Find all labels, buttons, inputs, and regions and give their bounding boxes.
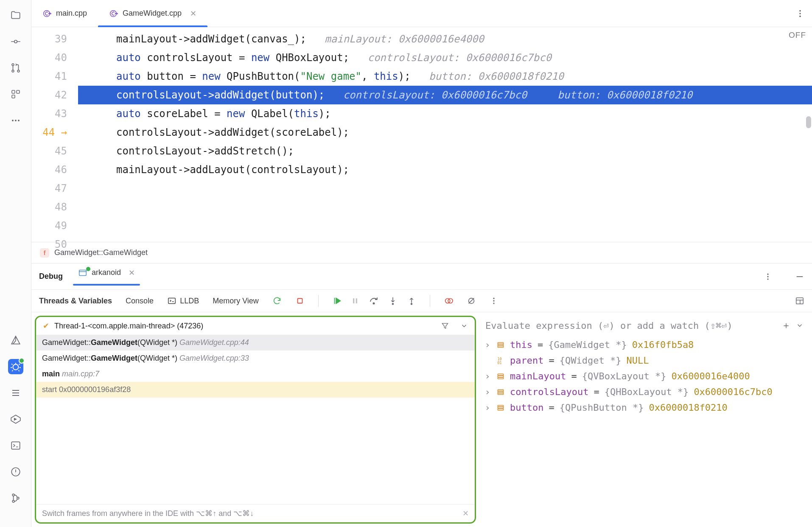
stop-icon[interactable] (295, 296, 305, 306)
pause-icon[interactable] (351, 297, 359, 305)
svg-point-37 (493, 300, 494, 301)
svg-point-8 (15, 120, 17, 121)
cmake-icon[interactable] (8, 333, 23, 348)
add-watch-icon[interactable]: ＋ (781, 319, 791, 332)
frame-row[interactable]: start 0x0000000196af3f28 (36, 382, 475, 398)
code[interactable]: mainLayout->addWidget(canvas_); mainLayo… (78, 27, 812, 242)
close-icon[interactable]: ✕ (462, 509, 469, 518)
svg-point-25 (767, 278, 768, 280)
tab-main-cpp[interactable]: main.cpp (31, 0, 98, 27)
gutter-line[interactable]: 42 (31, 86, 67, 104)
main-area: main.cpp GameWidget.cpp ✕ OFF 3940414243… (31, 0, 812, 527)
subtab-memory[interactable]: Memory View (213, 297, 259, 306)
mute-breakpoints-icon[interactable] (467, 296, 476, 306)
view-breakpoints-icon[interactable] (444, 296, 453, 306)
gutter-line[interactable]: 48 (31, 198, 67, 216)
problems-icon[interactable] (8, 464, 23, 479)
gutter-line[interactable]: 47 (31, 179, 67, 198)
code-line[interactable]: controlsLayout->addStretch(); (78, 142, 812, 160)
variable-row[interactable]: ›button = {QPushButton *} 0x6000018f0210 (482, 400, 807, 415)
gutter-line[interactable]: 46 (31, 160, 67, 179)
subtab-threads[interactable]: Threads & Variables (39, 297, 112, 306)
resume-icon[interactable] (332, 296, 342, 306)
variable-row[interactable]: ›controlsLayout = {QHBoxLayout *} 0x6000… (482, 384, 807, 400)
subtab-console[interactable]: Console (126, 297, 154, 306)
frame-row[interactable]: GameWidget::GameWidget(QWidget *) GameWi… (36, 350, 475, 366)
svg-point-15 (12, 500, 14, 502)
gutter-line[interactable]: 41 (31, 67, 67, 86)
step-into-icon[interactable] (388, 296, 398, 306)
minimize-icon[interactable] (795, 272, 804, 281)
code-line[interactable]: mainLayout->addLayout(controlsLayout); (78, 160, 812, 179)
variable-row[interactable]: ›mainLayout = {QVBoxLayout *} 0x6000016e… (482, 368, 807, 384)
services-icon[interactable] (8, 412, 23, 427)
gutter-line[interactable]: 39 (31, 30, 67, 48)
variable-row[interactable]: 1001parent = {QWidget *} NULL (482, 353, 807, 368)
commit-icon[interactable] (8, 34, 23, 49)
frame-row[interactable]: main main.cpp:7 (36, 366, 475, 382)
svg-point-36 (493, 298, 494, 299)
code-line[interactable]: mainLayout->addWidget(canvas_); mainLayo… (78, 30, 812, 48)
svg-rect-29 (356, 298, 357, 303)
gutter-line[interactable]: 45 (31, 142, 67, 160)
gutter-line[interactable]: 44 → (31, 123, 67, 142)
variable-row[interactable]: ›this = {GameWidget *} 0x16f0fb5a8 (482, 337, 807, 353)
options-icon[interactable] (764, 272, 772, 281)
run-config-tab[interactable]: arkanoid ✕ (76, 268, 137, 285)
code-line[interactable]: auto controlsLayout = new QHBoxLayout; c… (78, 48, 812, 67)
editor[interactable]: OFF 394041424344 →454647484950 mainLayou… (31, 27, 812, 242)
svg-rect-28 (353, 298, 354, 303)
structure-icon[interactable] (8, 87, 23, 102)
svg-point-20 (799, 13, 801, 14)
breadcrumb-text[interactable]: GameWidget::GameWidget (54, 248, 148, 257)
svg-rect-41 (498, 344, 503, 345)
code-line[interactable]: auto scoreLabel = new QLabel(this); (78, 104, 812, 123)
todo-icon[interactable] (8, 385, 23, 401)
svg-point-24 (767, 276, 768, 277)
tab-overflow-icon[interactable] (788, 0, 812, 27)
vcs-icon[interactable] (8, 491, 23, 506)
gutter-line[interactable]: 43 (31, 104, 67, 123)
more-icon[interactable] (8, 113, 23, 128)
svg-point-3 (17, 70, 20, 72)
chevron-down-icon[interactable] (460, 322, 468, 330)
svg-rect-46 (498, 376, 503, 377)
close-icon[interactable]: ✕ (190, 9, 196, 18)
chevron-right-icon[interactable]: › (484, 387, 491, 397)
tab-gamewidget-cpp[interactable]: GameWidget.cpp ✕ (98, 0, 207, 27)
close-icon[interactable]: ✕ (129, 268, 135, 278)
chevron-right-icon[interactable]: › (484, 371, 491, 381)
step-over-icon[interactable] (369, 296, 379, 306)
frames-list: GameWidget::GameWidget(QWidget *) GameWi… (36, 335, 475, 504)
svg-point-7 (12, 120, 14, 121)
watches-input[interactable]: Evaluate expression (⏎) or add a watch (… (482, 316, 807, 337)
debug-icon[interactable] (8, 359, 23, 374)
left-tool-rail (0, 0, 31, 527)
more-actions-icon[interactable] (490, 297, 498, 305)
pull-requests-icon[interactable] (8, 60, 23, 76)
rerun-icon[interactable] (272, 296, 282, 306)
gutter-line[interactable]: 49 (31, 216, 67, 235)
thread-selector[interactable]: ✔ Thread-1-<com.apple.main-thread> (4723… (36, 317, 475, 335)
terminal-icon[interactable] (8, 438, 23, 453)
subtab-lldb[interactable]: LLDB (167, 296, 199, 306)
chevron-down-icon[interactable] (796, 322, 804, 329)
svg-rect-51 (498, 405, 503, 406)
frames-tip: Switch frames from anywhere in the IDE w… (36, 504, 475, 522)
gutter-line[interactable]: 50 (31, 235, 67, 254)
code-line[interactable]: auto button = new QPushButton("New game"… (78, 67, 812, 86)
project-icon[interactable] (8, 8, 23, 23)
code-line[interactable]: controlsLayout->addWidget(button); contr… (78, 86, 812, 104)
editor-tabs: main.cpp GameWidget.cpp ✕ (31, 0, 812, 27)
chevron-right-icon[interactable]: › (484, 402, 491, 413)
chevron-right-icon[interactable]: › (484, 339, 491, 350)
code-line[interactable]: controlsLayout->addWidget(scoreLabel); (78, 123, 812, 142)
step-out-icon[interactable] (407, 296, 416, 306)
variables-list: ›this = {GameWidget *} 0x16f0fb5a81001pa… (482, 337, 807, 415)
layout-settings-icon[interactable] (795, 296, 804, 306)
filter-icon[interactable] (441, 322, 449, 330)
separator (430, 295, 430, 307)
frame-row[interactable]: GameWidget::GameWidget(QWidget *) GameWi… (36, 335, 475, 350)
svg-text:01: 01 (498, 360, 502, 364)
gutter-line[interactable]: 40 (31, 48, 67, 67)
